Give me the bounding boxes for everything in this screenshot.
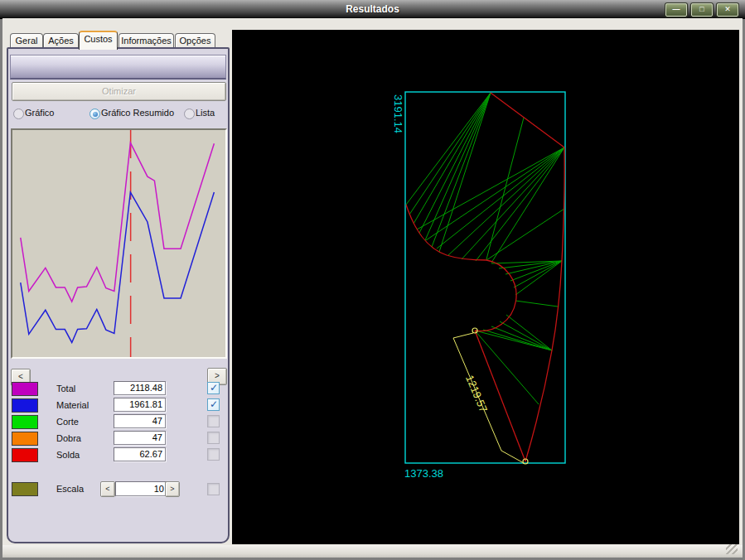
- legend-row-material: Material 1961.81: [8, 398, 228, 414]
- window-bottom-edge: [2, 545, 743, 558]
- corte-label: Corte: [56, 417, 79, 427]
- solda-color-swatch: [12, 448, 38, 462]
- solda-value-field[interactable]: 62.67: [114, 447, 166, 461]
- legend-row-total: Total 2118.48: [8, 381, 228, 398]
- nesting-drawing: 3191.141373.381219.57: [232, 30, 739, 544]
- solda-label: Solda: [56, 450, 80, 460]
- dobra-color-swatch: [12, 432, 38, 446]
- tab-acoes[interactable]: Ações: [43, 33, 79, 48]
- tab-custos[interactable]: Custos: [79, 31, 118, 50]
- part-outline: [406, 205, 516, 331]
- series-line-total: [21, 142, 215, 302]
- close-button[interactable]: ✕: [717, 3, 738, 17]
- radio-grafico-resumido-label[interactable]: Gráfico Resumido: [101, 108, 174, 118]
- dobra-label: Dobra: [56, 433, 81, 443]
- escala-increment-button[interactable]: >: [165, 481, 180, 497]
- total-value-field[interactable]: 2118.48: [114, 381, 166, 395]
- bend-line: [419, 93, 491, 233]
- material-value-field[interactable]: 1961.81: [114, 398, 166, 412]
- tab-opcoes[interactable]: Opções: [175, 33, 215, 48]
- legend-row-corte: Corte 47: [8, 414, 228, 431]
- bend-line: [437, 147, 564, 249]
- custos-tab-panel: Otimizar Gráfico Gráfico Resumido Lista …: [7, 47, 230, 543]
- title-bar[interactable]: Resultados — □ ✕: [0, 0, 745, 19]
- bend-line: [409, 93, 491, 215]
- escala-decrement-button[interactable]: <: [100, 481, 115, 497]
- sheet-width-label: 1373.38: [404, 467, 443, 480]
- bend-line: [486, 118, 524, 259]
- window-controls: — □ ✕: [665, 3, 738, 17]
- dimension-label: 1219.57: [463, 374, 490, 414]
- bend-line: [439, 93, 491, 252]
- escala-color-swatch: [12, 482, 38, 496]
- total-checkbox[interactable]: [207, 382, 220, 394]
- minimize-button[interactable]: —: [665, 3, 687, 17]
- panel-header-bar[interactable]: [10, 55, 226, 80]
- resize-grip[interactable]: [726, 544, 738, 554]
- escala-row: Escala < 10 >: [8, 481, 228, 498]
- dobra-checkbox[interactable]: [207, 432, 220, 444]
- bend-line: [506, 315, 552, 350]
- window-title: Resultados: [0, 3, 745, 15]
- bend-line: [514, 261, 562, 287]
- radio-grafico-resumido[interactable]: [89, 109, 100, 119]
- total-label: Total: [56, 384, 75, 393]
- cost-chart: [11, 128, 227, 359]
- material-checkbox[interactable]: [207, 398, 220, 411]
- legend-row-dobra: Dobra 47: [8, 431, 228, 447]
- bend-line: [475, 331, 552, 350]
- view-mode-radios: Gráfico Gráfico Resumido Lista: [8, 107, 228, 120]
- radio-grafico-label[interactable]: Gráfico: [25, 108, 54, 118]
- bend-line: [417, 147, 564, 229]
- otimizar-button[interactable]: Otimizar: [12, 82, 226, 101]
- part-outline: [491, 93, 564, 147]
- solda-checkbox[interactable]: [207, 448, 220, 461]
- dobra-value-field[interactable]: 47: [114, 431, 166, 445]
- maximize-button[interactable]: □: [691, 3, 713, 17]
- escala-label: Escala: [56, 484, 84, 494]
- resultados-window: { "window": { "title": "Resultados", "bu…: [0, 0, 745, 560]
- bend-line: [483, 330, 552, 350]
- radio-lista-label[interactable]: Lista: [196, 108, 215, 118]
- bend-line: [515, 301, 558, 307]
- material-color-swatch: [12, 398, 38, 413]
- tab-informacoes[interactable]: Informações: [119, 33, 174, 48]
- material-label: Material: [56, 400, 89, 410]
- cost-chart-plot: [12, 130, 225, 357]
- corte-color-swatch: [12, 415, 38, 429]
- bend-line: [414, 93, 491, 224]
- radio-grafico[interactable]: [13, 109, 24, 119]
- bend-line: [491, 326, 552, 350]
- legend-row-solda: Solda 62.67: [8, 447, 228, 464]
- tab-geral[interactable]: Geral: [10, 33, 43, 48]
- drawing-viewport[interactable]: 3191.141373.381219.57: [232, 30, 739, 544]
- bend-line: [476, 147, 564, 261]
- dimension-line: [453, 333, 524, 463]
- escala-checkbox[interactable]: [207, 483, 220, 495]
- sheet-height-label: 3191.14: [392, 94, 404, 133]
- radio-lista[interactable]: [184, 109, 195, 119]
- bend-line: [500, 321, 552, 350]
- corte-checkbox[interactable]: [207, 415, 220, 427]
- corte-value-field[interactable]: 47: [114, 414, 166, 428]
- escala-value-field[interactable]: 10: [115, 481, 167, 496]
- total-color-swatch: [12, 382, 38, 396]
